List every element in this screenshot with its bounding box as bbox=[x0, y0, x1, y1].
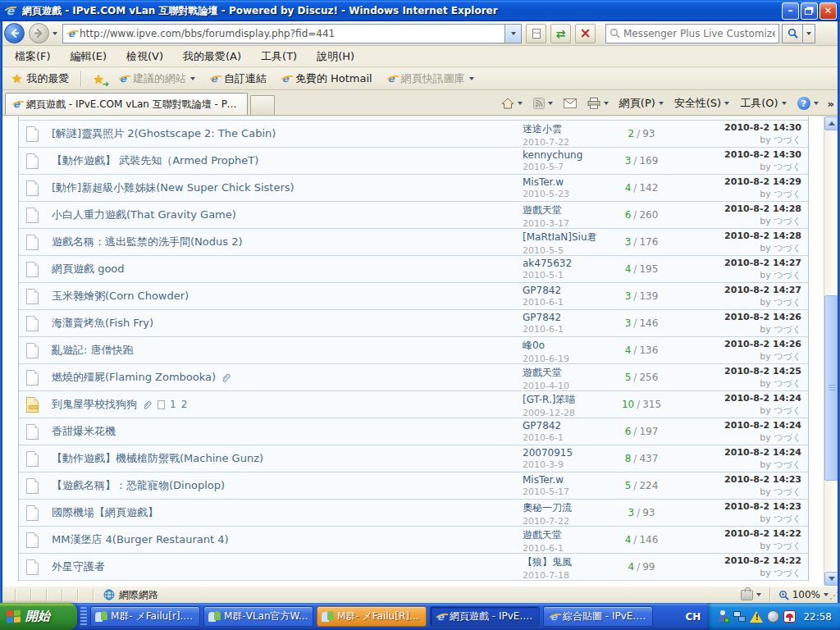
topic-title-link[interactable]: 【遊戲名稱】：恐龍寵物(Dinoplop) bbox=[52, 478, 225, 493]
favorites-bar-item[interactable]: e 網頁快訊圖庫 bbox=[379, 69, 481, 89]
topic-title-link[interactable]: 亂遊記: 唐僧快跑 bbox=[52, 343, 134, 358]
last-poster-link[interactable]: つづく bbox=[774, 216, 801, 226]
topic-author-link[interactable]: [GT-R.]笨喵 bbox=[523, 393, 605, 407]
last-post-time[interactable]: 2010-8-2 14:30 bbox=[678, 149, 801, 160]
chevron-down-icon[interactable] bbox=[756, 593, 761, 596]
last-poster-link[interactable]: つづく bbox=[774, 405, 801, 416]
home-button[interactable] bbox=[497, 95, 527, 112]
topic-author-link[interactable]: GP7842 bbox=[523, 420, 605, 431]
read-mail-button[interactable] bbox=[559, 96, 581, 111]
minimize-button[interactable]: – bbox=[782, 2, 799, 20]
start-button[interactable]: 開始 bbox=[0, 603, 77, 630]
tools-menu-button[interactable]: 工具(O) bbox=[736, 94, 790, 113]
topic-author-link[interactable]: 20070915 bbox=[523, 447, 605, 459]
topic-title-link[interactable]: 【動作遊戲】機械槍防禦戰(Machine Gunz) bbox=[52, 451, 263, 466]
search-options-dropdown[interactable] bbox=[803, 24, 815, 43]
last-post-time[interactable]: 2010-8-2 14:26 bbox=[678, 339, 801, 349]
topic-title-link[interactable]: [動作]新超級小雞姊妹(New Super Chick Sisters) bbox=[52, 180, 294, 195]
topic-author-link[interactable]: 遊戲天堂 bbox=[523, 366, 605, 380]
toolbar-overflow-button[interactable]: » bbox=[825, 98, 837, 110]
last-post-time[interactable]: 2010-8-2 14:29 bbox=[678, 176, 801, 187]
topic-author-link[interactable]: 遊戲天堂 bbox=[523, 203, 605, 217]
topic-author-link[interactable]: 遊戲天堂 bbox=[523, 528, 605, 542]
topic-title-link[interactable]: 海灘賣烤魚(Fish Fry) bbox=[52, 316, 153, 331]
menu-item[interactable]: 檔案(F) bbox=[5, 47, 61, 66]
last-poster-link[interactable]: つづく bbox=[774, 324, 801, 335]
menu-item[interactable]: 我的最愛(A) bbox=[173, 47, 251, 66]
last-post-time[interactable]: 2010-8-2 14:26 bbox=[678, 312, 801, 322]
back-button[interactable] bbox=[4, 23, 25, 43]
topic-title-link[interactable]: 【動作遊戲】 武裝先知（Armed PropheT) bbox=[52, 153, 258, 168]
favorites-bar-item[interactable]: e 建議的網站 bbox=[111, 69, 202, 89]
taskbar-task-button[interactable]: e M群- メFailu[r].e... bbox=[90, 606, 200, 627]
topic-title-link[interactable]: 外星守護者 bbox=[52, 559, 105, 574]
topic-title-link[interactable]: 遊戲名稱：逃出監禁的洗手間(Nodus 2) bbox=[52, 235, 243, 249]
topic-author-link[interactable]: MisTer.w bbox=[523, 474, 605, 486]
protected-mode-icon[interactable] bbox=[741, 590, 753, 600]
topic-title-link[interactable]: 燃燒的殭屍(Flaming Zombooka) bbox=[52, 370, 216, 385]
topic-title-link[interactable]: [解謎]靈異照片 2(Ghostscape 2: The Cabin) bbox=[52, 126, 276, 141]
menu-item[interactable]: 編輯(E) bbox=[61, 47, 116, 66]
toolbar-drag-handle[interactable] bbox=[80, 607, 87, 627]
menu-item[interactable]: 檢視(V) bbox=[116, 47, 173, 66]
last-post-time[interactable]: 2010-8-2 14:30 bbox=[678, 122, 801, 133]
new-tab-button[interactable] bbox=[250, 95, 275, 115]
close-button[interactable]: ✕ bbox=[819, 2, 837, 20]
page-menu-button[interactable]: 網頁(P) bbox=[615, 94, 668, 113]
print-button[interactable] bbox=[583, 95, 613, 112]
address-bar[interactable]: e bbox=[62, 24, 505, 43]
last-poster-link[interactable]: つづく bbox=[774, 514, 801, 524]
last-poster-link[interactable]: つづく bbox=[774, 432, 801, 443]
search-go-button[interactable] bbox=[782, 24, 803, 43]
last-post-time[interactable]: 2010-8-2 14:24 bbox=[678, 393, 801, 404]
scrollbar-thumb[interactable] bbox=[824, 295, 838, 481]
last-post-time[interactable]: 2010-8-2 14:23 bbox=[678, 501, 801, 512]
volume-tray-icon[interactable] bbox=[767, 610, 779, 623]
address-dropdown-button[interactable] bbox=[505, 24, 522, 43]
help-button[interactable]: ? bbox=[793, 94, 823, 112]
scroll-up-button[interactable] bbox=[824, 116, 838, 130]
restore-button[interactable] bbox=[801, 2, 818, 20]
history-dropdown-icon[interactable] bbox=[52, 32, 57, 35]
topic-author-link[interactable]: 【狼】鬼風 bbox=[523, 555, 605, 569]
taskbar-task-button[interactable]: e 網頁遊戲 - IPvE.C... bbox=[430, 606, 540, 627]
search-input[interactable] bbox=[623, 28, 775, 39]
last-post-time[interactable]: 2010-8-2 14:24 bbox=[678, 420, 801, 431]
last-poster-link[interactable]: つづく bbox=[774, 270, 801, 281]
address-input[interactable] bbox=[80, 25, 504, 42]
stop-button[interactable]: × bbox=[575, 24, 596, 43]
last-post-time[interactable]: 2010-8-2 14:22 bbox=[678, 528, 801, 539]
taskbar-task-button[interactable]: e 綜合貼圖 - IPvE.C... bbox=[543, 606, 653, 627]
taskbar-task-button[interactable]: e M群- メFailu[R].e... bbox=[317, 606, 427, 627]
favorites-button[interactable]: ★ 我的最愛 bbox=[5, 69, 75, 89]
topic-author-link[interactable]: [MaRtIaN]Siu君 bbox=[523, 231, 605, 244]
safety-menu-button[interactable]: 安全性(S) bbox=[670, 94, 733, 113]
antivirus-tray-icon[interactable] bbox=[783, 610, 796, 623]
last-poster-link[interactable]: つづく bbox=[774, 459, 801, 470]
vertical-scrollbar[interactable] bbox=[824, 116, 838, 586]
scroll-down-button[interactable] bbox=[824, 572, 838, 586]
messenger-tray-icon[interactable] bbox=[717, 610, 729, 623]
topic-author-link[interactable]: kennychung bbox=[523, 149, 605, 161]
topic-title-link[interactable]: 網頁遊戲 good bbox=[52, 262, 125, 276]
last-poster-link[interactable]: つづく bbox=[774, 486, 801, 497]
compatibility-view-button[interactable] bbox=[526, 24, 546, 43]
last-poster-link[interactable]: つづく bbox=[774, 541, 801, 551]
security-warning-tray-icon[interactable] bbox=[750, 611, 763, 623]
topic-author-link[interactable]: GP7842 bbox=[523, 285, 605, 296]
page-number-link[interactable]: 1 bbox=[170, 399, 176, 410]
topic-author-link[interactable]: ak475632 bbox=[523, 258, 605, 269]
favorites-bar-item[interactable]: e 自訂連結 bbox=[202, 69, 273, 89]
last-post-time[interactable]: 2010-8-2 14:25 bbox=[678, 366, 801, 377]
last-post-time[interactable]: 2010-8-2 14:23 bbox=[678, 474, 801, 485]
topic-author-link[interactable]: 迷途小雲 bbox=[523, 122, 605, 136]
language-indicator[interactable]: CH bbox=[679, 611, 708, 623]
topic-title-link[interactable]: 國際機場【網頁遊戲】 bbox=[52, 505, 158, 520]
network-tray-icon[interactable] bbox=[733, 610, 746, 623]
tab-active[interactable]: e 網頁遊戲 - IPvE.COM vLan 互聯對戰論壇 - Powere..… bbox=[5, 93, 248, 115]
last-poster-link[interactable]: つづく bbox=[774, 189, 801, 199]
topic-title-link[interactable]: 香甜爆米花機 bbox=[52, 424, 116, 439]
last-post-time[interactable]: 2010-8-2 14:28 bbox=[678, 203, 801, 214]
feeds-button[interactable] bbox=[529, 95, 557, 112]
topic-title-link[interactable]: 小白人重力遊戲(That Gravity Game) bbox=[52, 208, 236, 222]
